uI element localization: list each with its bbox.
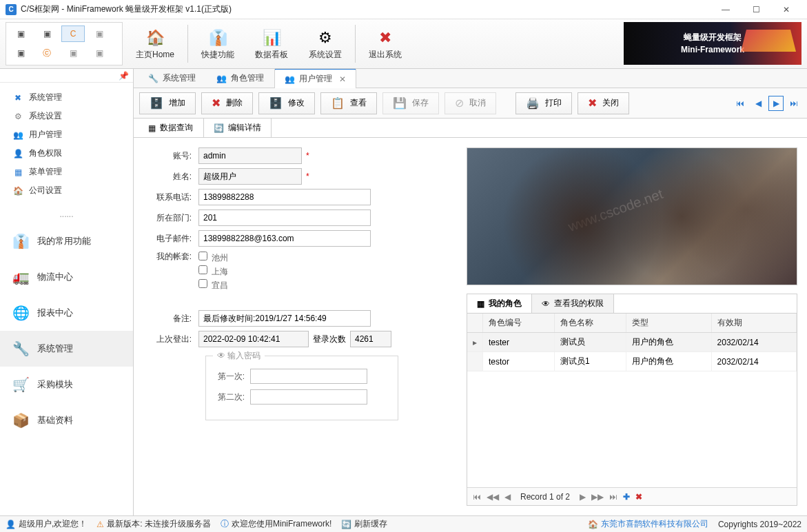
- qa-btn-1[interactable]: ▣: [9, 25, 32, 42]
- remark-field[interactable]: [198, 310, 371, 327]
- status-refresh[interactable]: 🔄刷新缓存: [341, 518, 387, 530]
- status-welcome: ⓘ欢迎您使用MiniFramework!: [221, 518, 331, 530]
- grid-prev-page[interactable]: ◀◀: [485, 492, 500, 502]
- sidebar-tree-item[interactable]: 🏠公司设置: [4, 181, 129, 200]
- add-button[interactable]: 🗄️增加: [139, 92, 196, 114]
- logincount-field: [350, 331, 391, 347]
- sidebar-tree-item[interactable]: 👤角色权限: [4, 144, 129, 163]
- book-option[interactable]: 上海: [198, 265, 228, 278]
- sidebar-nav: 👔我的常用功能🚛物流中心🌐报表中心🔧系统管理🛒采购模块📦基础资料: [0, 223, 133, 515]
- label-book: 我的帐套:: [143, 251, 198, 263]
- edit-button[interactable]: 🗄️修改: [258, 92, 315, 114]
- refresh-icon: 🔄: [341, 520, 351, 529]
- tab-sysmgmt[interactable]: 🔧系统管理: [138, 69, 206, 88]
- nav-item-label: 采购模块: [37, 378, 73, 391]
- first-record[interactable]: ⏮: [733, 96, 748, 111]
- qa-btn-3[interactable]: C: [61, 25, 85, 42]
- password1-field[interactable]: [250, 369, 367, 384]
- book-checkbox[interactable]: [198, 279, 207, 288]
- tree-item-label: 菜单管理: [29, 166, 62, 178]
- role-col-header[interactable]: 角色名称: [555, 314, 626, 333]
- grid-first[interactable]: ⏮: [471, 492, 482, 502]
- sidebar-nav-item[interactable]: 🌐报表中心: [0, 295, 133, 331]
- next-record[interactable]: ▶: [768, 96, 784, 111]
- ribbon-dashboard[interactable]: 📊 数据看板: [247, 22, 296, 65]
- close-button[interactable]: ✖关闭: [578, 92, 629, 114]
- ribbon-settings[interactable]: ⚙ 系统设置: [301, 22, 349, 65]
- clipboard-icon: 📋: [331, 96, 345, 110]
- grid-last[interactable]: ⏭: [608, 492, 619, 502]
- sidebar-nav-item[interactable]: 🔧系统管理: [0, 331, 133, 367]
- roletab-mine[interactable]: ▦我的角色: [467, 294, 532, 313]
- subtab-query[interactable]: ▦数据查询: [138, 118, 203, 137]
- tree-item-label: 系统设置: [29, 110, 62, 122]
- roletab-view[interactable]: 👁查看我的权限: [532, 294, 614, 313]
- label-pw1: 第一次:: [216, 371, 250, 382]
- print-button[interactable]: 🖨️打印: [515, 92, 572, 114]
- qa-btn-7[interactable]: ▣: [61, 45, 85, 61]
- grid-add[interactable]: ✚: [622, 492, 631, 502]
- ribbon-quick[interactable]: 👔 快捷功能: [194, 22, 242, 65]
- prev-record[interactable]: ◀: [750, 96, 766, 111]
- subtabs: ▦数据查询 🔄编辑详情: [134, 119, 807, 138]
- password2-field[interactable]: [250, 389, 367, 405]
- eye-icon: 👁: [542, 299, 550, 309]
- grid-next-page[interactable]: ▶▶: [590, 492, 605, 502]
- grid-delete[interactable]: ✖: [634, 492, 644, 502]
- close-window-button[interactable]: ✕: [771, 0, 801, 19]
- last-record[interactable]: ⏭: [786, 96, 801, 111]
- sidebar-nav-item[interactable]: 🛒采购模块: [0, 367, 133, 402]
- role-col-header[interactable]: 有效期: [711, 314, 796, 333]
- label-logincount: 登录次数: [309, 334, 350, 345]
- role-row[interactable]: ▸tester测试员用户的角色2032/02/14: [467, 333, 797, 352]
- account-field[interactable]: [198, 147, 302, 164]
- sidebar-nav-item[interactable]: 👔我的常用功能: [0, 223, 133, 259]
- role-col-header[interactable]: 类型: [626, 314, 711, 333]
- pin-icon[interactable]: 📌: [0, 69, 133, 83]
- role-row[interactable]: testor测试员1用户的角色2032/02/14: [467, 352, 797, 371]
- book-option[interactable]: 池州: [198, 251, 228, 265]
- role-col-header[interactable]: 角色编号: [483, 314, 555, 333]
- ribbon-home[interactable]: 🏠 主页Home: [128, 22, 182, 65]
- qa-btn-4[interactable]: ▣: [88, 25, 111, 42]
- ribbon: ▣ ▣ C ▣ ▣ ⓒ ▣ ▣ 🏠 主页Home 👔 快捷功能 📊 数据看板 ⚙…: [0, 19, 807, 69]
- wrench-icon: 🔧: [148, 74, 159, 83]
- password-legend: 👁 输入密码: [213, 350, 265, 362]
- book-checkbox[interactable]: [198, 252, 207, 260]
- status-copyright: Copyrights 2019~2022: [718, 520, 801, 529]
- form-right: www.cscode.net ▦我的角色 👁查看我的权限 角色编号角色名称类型有…: [467, 147, 797, 506]
- qa-btn-5[interactable]: ▣: [9, 45, 32, 61]
- tab-rolemgmt[interactable]: 👥角色管理: [206, 69, 274, 88]
- name-field[interactable]: [198, 168, 302, 185]
- status-company[interactable]: 🏠东莞市喜鹊软件科技有限公司: [588, 518, 708, 530]
- maximize-button[interactable]: ☐: [741, 0, 771, 19]
- view-button[interactable]: 📋查看: [320, 92, 377, 114]
- toolbar: 🗄️增加 ✖删除 🗄️修改 📋查看 💾保存 ⊘取消 🖨️打印 ✖关闭 ⏮ ◀ ▶…: [134, 88, 807, 119]
- tree-item-icon: ⚙: [12, 112, 23, 121]
- label-pw2: 第二次:: [216, 391, 250, 403]
- email-field[interactable]: [198, 230, 371, 247]
- sidebar-tree-item[interactable]: ▦菜单管理: [4, 163, 129, 181]
- cancel-icon: ⊘: [455, 96, 464, 110]
- phone-field[interactable]: [198, 189, 371, 205]
- book-option[interactable]: 宜昌: [198, 278, 228, 292]
- delete-button[interactable]: ✖删除: [201, 92, 253, 114]
- qa-btn-2[interactable]: ▣: [35, 25, 59, 42]
- grid-prev[interactable]: ◀: [503, 492, 512, 502]
- qa-btn-8[interactable]: ▣: [88, 45, 111, 61]
- minimize-button[interactable]: —: [711, 0, 741, 19]
- sidebar-tree-item[interactable]: ✖系统管理: [4, 88, 129, 107]
- sidebar-tree-item[interactable]: ⚙系统设置: [4, 107, 129, 125]
- grid-next[interactable]: ▶: [578, 492, 587, 502]
- sidebar-tree-item[interactable]: 👥用户管理: [4, 125, 129, 144]
- dept-field[interactable]: [198, 209, 371, 226]
- sidebar-nav-item[interactable]: 🚛物流中心: [0, 259, 133, 295]
- tab-usermgmt[interactable]: 👥用户管理✕: [274, 69, 356, 88]
- tab-close-icon[interactable]: ✕: [339, 74, 346, 84]
- sidebar-nav-item[interactable]: 📦基础资料: [0, 402, 133, 438]
- qa-btn-6[interactable]: ⓒ: [35, 45, 59, 61]
- subtab-detail[interactable]: 🔄编辑详情: [203, 118, 272, 137]
- book-checkbox[interactable]: [198, 265, 207, 274]
- titlebar: C C/S框架网 - MiniFramework 蝇量级开发框架 v1.1(正式…: [0, 0, 807, 19]
- ribbon-exit[interactable]: ✖ 退出系统: [361, 22, 409, 65]
